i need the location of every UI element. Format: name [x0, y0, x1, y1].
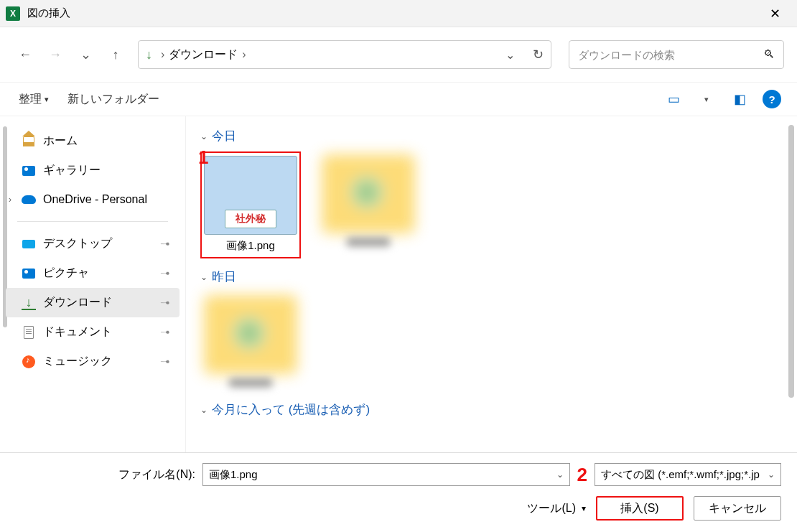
downloads-icon: ↓ [22, 296, 36, 310]
refresh-button[interactable]: ↻ [515, 47, 544, 62]
sidebar-item-gallery[interactable]: ギャラリー [6, 156, 180, 185]
pin-icon: 📍︎ [158, 237, 172, 251]
file-tile-blurred[interactable] [318, 151, 419, 258]
filename-row: ファイル名(N): 画像1.png ⌄ 2 すべての図 (*.emf;*.wmf… [16, 463, 781, 486]
sidebar-item-desktop[interactable]: デスクトップ 📍︎ [6, 229, 180, 258]
cancel-button[interactable]: キャンセル [694, 496, 781, 521]
group-yesterday[interactable]: ⌄昨日 [200, 269, 783, 285]
chevron-down-icon: ⌄ [556, 470, 564, 480]
chevron-down-icon: ⌄ [200, 272, 208, 282]
sidebar-item-pictures[interactable]: ピクチャ 📍︎ [6, 258, 180, 288]
annotation-2: 2 [577, 464, 587, 486]
insert-picture-dialog: 図の挿入 ✕ ← → ⌄ ↑ ↓ › ダウンロード › ⌄ ↻ 🔍︎ 整理▾ 新… [0, 0, 797, 532]
file-content-area: ⌄今日 社外秘 画像1.png ⌄昨日 [185, 116, 797, 452]
forward-button[interactable]: → [43, 42, 67, 67]
search-icon[interactable]: 🔍︎ [763, 48, 775, 61]
sidebar-item-downloads[interactable]: ↓ ダウンロード 📍︎ [6, 288, 180, 317]
new-folder-button[interactable]: 新しいフォルダー [65, 89, 162, 110]
sidebar-item-label: ギャラリー [43, 163, 101, 178]
filename-value: 画像1.png [209, 468, 258, 482]
sidebar-item-home[interactable]: ホーム [6, 126, 180, 156]
search-box[interactable]: 🔍︎ [569, 40, 784, 69]
tools-button[interactable]: ツール(L)▾ [527, 501, 586, 516]
file-tile-image1[interactable]: 社外秘 画像1.png [200, 151, 301, 258]
pictures-icon [22, 266, 36, 281]
address-bar[interactable]: ↓ › ダウンロード › ⌄ ↻ [138, 40, 551, 69]
dialog-title: 図の挿入 [27, 6, 70, 20]
button-row: ツール(L)▾ 挿入(S) キャンセル [16, 496, 781, 521]
navigation-row: ← → ⌄ ↑ ↓ › ダウンロード › ⌄ ↻ 🔍︎ [0, 27, 797, 82]
search-input[interactable] [578, 49, 763, 61]
breadcrumb-downloads[interactable]: ダウンロード [169, 47, 238, 62]
confidential-stamp: 社外秘 [225, 210, 276, 228]
filename-combobox[interactable]: 画像1.png ⌄ [202, 463, 570, 486]
breadcrumb-sep: › [242, 48, 246, 61]
gallery-icon [22, 164, 36, 178]
sidebar-item-label: OneDrive - Personal [43, 193, 147, 206]
group-earlier[interactable]: ⌄今月に入って (先週は含めず) [200, 401, 783, 418]
file-tile-blurred[interactable] [200, 292, 301, 391]
file-name: 画像1.png [202, 239, 299, 257]
home-icon [22, 134, 36, 149]
view-options-button[interactable]: ▭ [663, 89, 684, 109]
filetype-combobox[interactable]: すべての図 (*.emf;*.wmf;*.jpg;*.jp ⌄ [595, 463, 781, 486]
pin-icon: 📍︎ [158, 296, 172, 310]
file-name-blurred [229, 378, 272, 387]
back-button[interactable]: ← [13, 42, 37, 67]
sidebar-item-onedrive[interactable]: › OneDrive - Personal [6, 185, 180, 214]
sidebar-item-label: ダウンロード [43, 295, 112, 310]
content-scrollbar[interactable] [788, 125, 794, 398]
music-icon [22, 355, 36, 369]
main-area: ホーム ギャラリー › OneDrive - Personal デスクトップ 📍… [0, 116, 797, 452]
pin-icon: 📍︎ [158, 355, 172, 369]
sidebar-item-label: ドキュメント [43, 325, 112, 340]
desktop-icon [22, 237, 36, 251]
file-thumbnail: 社外秘 [204, 156, 297, 235]
sidebar-item-label: ミュージック [43, 354, 112, 369]
sidebar-item-label: ホーム [43, 134, 78, 149]
view-options-dropdown[interactable]: ▾ [696, 89, 717, 109]
file-name-blurred [347, 238, 390, 246]
organize-button[interactable]: 整理▾ [16, 89, 52, 110]
breadcrumb-sep: › [161, 48, 164, 61]
excel-icon [6, 6, 20, 21]
toolbar: 整理▾ 新しいフォルダー ▭ ▾ ◧ ? [0, 82, 797, 116]
expand-icon[interactable]: › [9, 195, 11, 205]
help-button[interactable]: ? [763, 90, 781, 108]
sidebar-item-label: デスクトップ [43, 236, 112, 251]
sidebar-item-music[interactable]: ミュージック 📍︎ [6, 347, 180, 376]
preview-pane-button[interactable]: ◧ [730, 89, 750, 109]
pin-icon: 📍︎ [158, 266, 172, 281]
bottom-panel: ファイル名(N): 画像1.png ⌄ 2 すべての図 (*.emf;*.wmf… [0, 452, 797, 532]
close-button[interactable]: ✕ [758, 0, 791, 27]
download-icon: ↓ [146, 47, 152, 62]
chevron-down-icon: ⌄ [200, 405, 208, 415]
sidebar-item-documents[interactable]: ドキュメント 📍︎ [6, 317, 180, 347]
insert-button[interactable]: 挿入(S) [596, 496, 684, 521]
annotation-1: 1 [198, 146, 208, 169]
sidebar: ホーム ギャラリー › OneDrive - Personal デスクトップ 📍… [0, 116, 185, 452]
folder-thumbnail-blurred [204, 295, 297, 374]
group-today[interactable]: ⌄今日 [200, 128, 783, 144]
sidebar-item-label: ピクチャ [43, 266, 89, 281]
titlebar: 図の挿入 ✕ [0, 0, 797, 27]
up-button[interactable]: ↑ [103, 42, 128, 67]
filetype-value: すべての図 (*.emf;*.wmf;*.jpg;*.jp [601, 468, 760, 482]
chevron-down-icon: ⌄ [768, 470, 775, 480]
recent-locations-button[interactable]: ⌄ [73, 42, 98, 67]
onedrive-icon [22, 192, 36, 207]
sidebar-separator [17, 221, 168, 222]
address-dropdown-icon[interactable]: ⌄ [505, 48, 515, 62]
pin-icon: 📍︎ [158, 325, 172, 340]
filename-label: ファイル名(N): [16, 467, 195, 482]
documents-icon [22, 325, 36, 340]
chevron-down-icon: ⌄ [200, 131, 208, 141]
folder-thumbnail-blurred [322, 154, 415, 233]
